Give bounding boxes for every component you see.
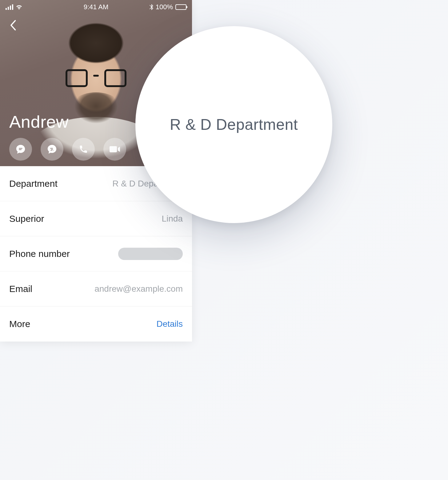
status-right: 100% (150, 3, 186, 11)
status-left (6, 4, 22, 10)
phone-label: Phone number (9, 249, 70, 259)
superior-value: Linda (162, 214, 183, 224)
row-more[interactable]: More Details (0, 306, 192, 342)
row-superior[interactable]: Superior Linda (0, 201, 192, 236)
phone-icon (79, 145, 88, 154)
avatar-glasses (66, 69, 126, 87)
call-button[interactable] (72, 138, 95, 161)
department-label: Department (9, 178, 58, 189)
battery-percent: 100% (156, 3, 173, 11)
chevron-left-icon (10, 20, 16, 31)
avatar-beard (65, 92, 127, 138)
status-bar: 9:41 AM 100% (0, 0, 192, 14)
battery-icon (175, 4, 186, 10)
secure-chat-icon (47, 144, 57, 154)
wifi-icon (16, 5, 22, 10)
status-time: 9:41 AM (84, 3, 109, 11)
more-details-link[interactable]: Details (156, 319, 183, 329)
video-button[interactable] (103, 138, 126, 161)
row-email[interactable]: Email andrew@example.com (0, 271, 192, 306)
chat-icon (15, 144, 26, 154)
email-value: andrew@example.com (94, 284, 183, 294)
email-label: Email (9, 284, 32, 294)
row-phone[interactable]: Phone number (0, 236, 192, 271)
contact-name: Andrew (9, 112, 69, 132)
superior-label: Superior (9, 214, 44, 224)
back-button[interactable] (6, 18, 20, 32)
bluetooth-icon (150, 4, 153, 10)
more-label: More (9, 319, 30, 329)
phone-value-redacted (118, 248, 183, 260)
video-icon (110, 145, 120, 153)
signal-icon (6, 4, 13, 10)
zoom-callout: R & D Department (135, 26, 332, 223)
secure-chat-button[interactable] (41, 138, 63, 161)
chat-button[interactable] (9, 138, 32, 161)
zoom-callout-text: R & D Department (170, 116, 298, 134)
action-row (9, 138, 126, 161)
